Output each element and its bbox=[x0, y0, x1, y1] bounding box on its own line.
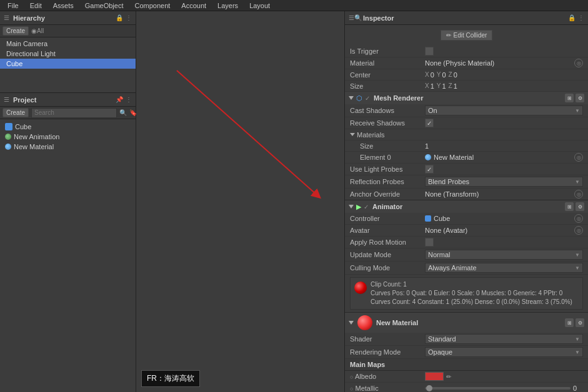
material-settings-icon[interactable]: ⚙ bbox=[576, 318, 584, 327]
menu-gameobject[interactable]: GameObject bbox=[80, 2, 129, 9]
inspector-header: ☰ 🔍 Inspector 🔒 ⋮ bbox=[345, 11, 588, 25]
menu-assets[interactable]: Assets bbox=[48, 2, 79, 9]
collider-size-xyz: X 1 Y 1 Z 1 bbox=[425, 82, 583, 90]
metallic-radio[interactable]: ○ bbox=[350, 386, 353, 392]
size-y-label: Y bbox=[437, 82, 441, 89]
material-toggle[interactable] bbox=[349, 321, 354, 325]
menu-layers[interactable]: Layers bbox=[212, 2, 243, 9]
menu-layout[interactable]: Layout bbox=[244, 2, 275, 9]
shader-row: Shader Standard ▼ bbox=[345, 333, 588, 346]
inspector-lock-icon[interactable]: 🔒 bbox=[568, 14, 576, 21]
metallic-row: ○ Metallic 0 bbox=[345, 383, 588, 392]
hierarchy-create-btn[interactable]: Create bbox=[2, 26, 29, 36]
project-item-new-animation-label: New Animation bbox=[14, 133, 59, 140]
element0-value: New Material bbox=[434, 154, 572, 161]
hierarchy-settings-icon[interactable]: ⋮ bbox=[126, 14, 132, 21]
project-search-input[interactable] bbox=[31, 108, 117, 118]
anchor-override-label: Anchor Override bbox=[350, 190, 425, 198]
update-mode-dropdown[interactable]: Normal ▼ bbox=[425, 250, 583, 260]
element0-icon bbox=[425, 154, 431, 160]
albedo-pencil-icon[interactable]: ✏ bbox=[446, 373, 451, 380]
materials-size-row: Size 1 bbox=[345, 140, 588, 152]
avatar-circle-btn[interactable]: ◎ bbox=[574, 226, 583, 235]
element0-label: Element 0 bbox=[350, 154, 425, 161]
mesh-renderer-copy-icon[interactable]: ⊞ bbox=[565, 94, 574, 102]
cast-shadows-value: On bbox=[428, 107, 437, 114]
metallic-slider[interactable] bbox=[425, 387, 571, 390]
cast-shadows-dropdown[interactable]: On ▼ bbox=[425, 105, 583, 115]
animator-header[interactable]: ▶ ✓ Animator ⊞ ⚙ bbox=[345, 200, 588, 213]
project-item-new-material[interactable]: New Material bbox=[0, 142, 136, 152]
cast-shadows-label: Cast Shadows bbox=[350, 107, 425, 114]
menu-file[interactable]: File bbox=[2, 2, 24, 9]
controller-ref: Cube ◎ bbox=[425, 214, 583, 223]
anchor-override-circle-btn[interactable]: ◎ bbox=[574, 190, 583, 198]
arrow-svg bbox=[136, 11, 344, 392]
metallic-value-row: 0 bbox=[425, 385, 583, 392]
center-area: FR：海涛高软 bbox=[136, 11, 344, 392]
cube-mesh-icon bbox=[5, 123, 12, 130]
physic-material-row: Material None (Physic Material) ◎ bbox=[345, 57, 588, 69]
albedo-radio[interactable]: ○ bbox=[350, 374, 353, 380]
metallic-label: ○ Metallic bbox=[350, 385, 425, 392]
material-name: New Material bbox=[376, 319, 418, 326]
project-title: Project bbox=[13, 96, 36, 104]
menu-edit[interactable]: Edit bbox=[25, 2, 47, 9]
mesh-renderer-header[interactable]: ⬡ ✓ Mesh Renderer ⊞ ⚙ bbox=[345, 92, 588, 104]
project-item-cube[interactable]: Cube bbox=[0, 122, 136, 132]
cast-shadows-row: Cast Shadows On ▼ bbox=[345, 104, 588, 117]
receive-shadows-checkbox[interactable] bbox=[425, 119, 434, 127]
animator-sphere-icon bbox=[354, 282, 367, 294]
rendering-mode-arrow: ▼ bbox=[575, 350, 580, 355]
project-toolbar: Create 🔍 🔖 bbox=[0, 107, 136, 119]
hierarchy-item-directional-light[interactable]: Directional Light bbox=[0, 49, 136, 59]
reflection-probes-dropdown[interactable]: Blend Probes ▼ bbox=[425, 177, 583, 187]
physic-material-ref: None (Physic Material) ◎ bbox=[425, 59, 583, 67]
project-create-btn[interactable]: Create bbox=[2, 108, 29, 117]
anchor-override-row: Anchor Override None (Transform) ◎ bbox=[345, 189, 588, 200]
albedo-label: ○ Albedo bbox=[350, 373, 425, 380]
material-copy-icon[interactable]: ⊞ bbox=[565, 318, 574, 327]
animator-copy-icon[interactable]: ⊞ bbox=[565, 202, 574, 211]
inspector-title: Inspector bbox=[363, 14, 394, 22]
menu-account[interactable]: Account bbox=[176, 2, 211, 9]
mesh-renderer-settings-icon[interactable]: ⚙ bbox=[576, 94, 584, 102]
albedo-color-swatch[interactable] bbox=[425, 372, 444, 381]
update-mode-arrow: ▼ bbox=[575, 252, 580, 258]
apply-root-motion-label: Apply Root Motion bbox=[350, 238, 425, 246]
is-trigger-checkbox[interactable] bbox=[425, 47, 434, 56]
hierarchy-item-main-camera[interactable]: Main Camera bbox=[0, 39, 136, 49]
physic-material-circle-btn[interactable]: ◎ bbox=[574, 59, 583, 67]
reflection-probes-label: Reflection Probes bbox=[350, 178, 425, 185]
materials-label: Materials bbox=[357, 131, 385, 139]
shader-dropdown[interactable]: Standard ▼ bbox=[425, 334, 583, 344]
animator-settings-icon[interactable]: ⚙ bbox=[576, 202, 584, 211]
mesh-renderer-toggle bbox=[349, 96, 354, 100]
center-xyz: X 0 Y 0 Z 0 bbox=[425, 71, 583, 79]
shader-value: Standard bbox=[428, 335, 456, 343]
avatar-value: None (Avatar) bbox=[425, 227, 572, 234]
physic-material-label: Material bbox=[350, 59, 425, 67]
controller-circle-btn[interactable]: ◎ bbox=[574, 214, 583, 223]
project-settings-icon[interactable]: ⋮ bbox=[126, 96, 132, 103]
culling-mode-dropdown[interactable]: Always Animate ▼ bbox=[425, 263, 583, 273]
rendering-mode-label: Rendering Mode bbox=[350, 348, 425, 356]
materials-toggle[interactable] bbox=[350, 133, 355, 136]
inspector-kebab-icon[interactable]: ⋮ bbox=[578, 14, 584, 21]
shader-arrow: ▼ bbox=[575, 336, 580, 342]
rendering-mode-dropdown[interactable]: Opaque ▼ bbox=[425, 347, 583, 357]
project-item-new-animation[interactable]: New Animation bbox=[0, 132, 136, 142]
project-list: Cube New Animation New Material bbox=[0, 119, 136, 154]
menu-component[interactable]: Component bbox=[129, 2, 175, 9]
edit-collider-btn[interactable]: ✏ Edit Collider bbox=[441, 30, 493, 41]
metallic-slider-thumb bbox=[426, 385, 432, 391]
inspector-body: ✏ Edit Collider Is Trigger Material None… bbox=[345, 25, 588, 392]
element0-circle-btn[interactable]: ◎ bbox=[574, 153, 583, 162]
collider-size-row: Size X 1 Y 1 Z 1 bbox=[345, 81, 588, 92]
hierarchy-all-btn[interactable]: ◉All bbox=[31, 27, 44, 34]
apply-root-motion-checkbox[interactable] bbox=[425, 238, 434, 247]
use-light-probes-checkbox[interactable] bbox=[425, 165, 434, 174]
cast-shadows-arrow: ▼ bbox=[575, 108, 580, 114]
size-y-val: 1 bbox=[442, 82, 446, 90]
hierarchy-item-cube[interactable]: Cube bbox=[0, 59, 136, 69]
